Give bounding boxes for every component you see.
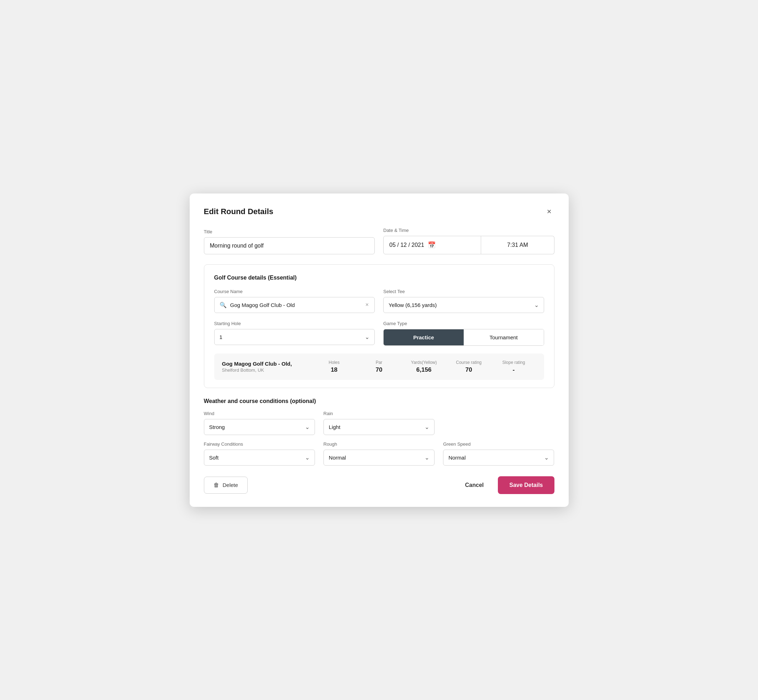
select-tee-dropdown[interactable]: Yellow (6,156 yards) ⌄ xyxy=(383,297,544,313)
green-speed-group: Green Speed Normal ⌄ xyxy=(443,441,554,466)
rain-label: Rain xyxy=(324,411,434,416)
title-label: Title xyxy=(204,229,375,234)
rough-label: Rough xyxy=(324,441,434,447)
course-info-name: Gog Magog Golf Club - Old, Shelford Bott… xyxy=(222,361,312,373)
course-name-search[interactable]: 🔍 × xyxy=(214,297,375,313)
practice-button[interactable]: Practice xyxy=(384,330,464,345)
course-stat-rating: Course rating 70 xyxy=(446,360,491,373)
wind-rain-row: Wind Strong ⌄ Rain Light ⌄ xyxy=(204,411,554,435)
fairway-value: Soft xyxy=(209,455,219,461)
title-field-group: Title xyxy=(204,229,375,254)
top-row: Title Date & Time 05 / 12 / 2021 📅 7:31 … xyxy=(204,228,554,254)
rough-value: Normal xyxy=(329,455,346,461)
modal-title: Edit Round Details xyxy=(204,207,274,216)
course-stat-par: Par 70 xyxy=(357,360,401,373)
wind-group: Wind Strong ⌄ xyxy=(204,411,315,435)
holes-value: 18 xyxy=(312,366,357,373)
trash-icon: 🗑 xyxy=(213,482,219,488)
clear-course-button[interactable]: × xyxy=(365,302,370,308)
course-name-group: Course Name 🔍 × xyxy=(214,289,375,313)
par-label: Par xyxy=(357,360,401,365)
course-name-bold: Gog Magog Golf Club - Old, xyxy=(222,361,312,367)
fairway-group: Fairway Conditions Soft ⌄ xyxy=(204,441,315,466)
search-icon: 🔍 xyxy=(219,302,227,308)
fairway-dropdown[interactable]: Soft ⌄ xyxy=(204,450,315,466)
course-name-input[interactable] xyxy=(230,302,361,308)
datetime-field-group: Date & Time 05 / 12 / 2021 📅 7:31 AM xyxy=(383,228,554,254)
weather-title: Weather and course conditions (optional) xyxy=(204,398,554,405)
weather-section: Weather and course conditions (optional)… xyxy=(204,398,554,466)
game-type-group: Game Type Practice Tournament xyxy=(383,321,544,346)
wind-value: Strong xyxy=(209,424,225,430)
slope-rating-label: Slope rating xyxy=(491,360,536,365)
starting-hole-dropdown[interactable]: 1 ⌄ xyxy=(214,329,375,345)
rain-group: Rain Light ⌄ xyxy=(324,411,434,435)
date-value: 05 / 12 / 2021 xyxy=(389,242,424,248)
chevron-down-icon-fairway: ⌄ xyxy=(305,454,310,461)
time-input[interactable]: 7:31 AM xyxy=(481,236,554,254)
bottom-right-actions: Cancel Save Details xyxy=(458,476,554,494)
rain-dropdown[interactable]: Light ⌄ xyxy=(324,419,434,435)
calendar-icon: 📅 xyxy=(428,241,435,249)
tournament-button[interactable]: Tournament xyxy=(464,330,544,345)
title-input[interactable] xyxy=(204,237,375,254)
select-tee-label: Select Tee xyxy=(383,289,544,294)
course-info-bar: Gog Magog Golf Club - Old, Shelford Bott… xyxy=(214,353,544,380)
chevron-down-icon-rough: ⌄ xyxy=(424,454,429,461)
wind-dropdown[interactable]: Strong ⌄ xyxy=(204,419,315,435)
game-type-toggle: Practice Tournament xyxy=(383,329,544,346)
golf-course-title: Golf Course details (Essential) xyxy=(214,275,544,281)
date-input[interactable]: 05 / 12 / 2021 📅 xyxy=(383,236,481,254)
rough-group: Rough Normal ⌄ xyxy=(324,441,434,466)
golf-course-section: Golf Course details (Essential) Course N… xyxy=(204,264,554,388)
close-button[interactable]: × xyxy=(544,206,554,217)
green-speed-label: Green Speed xyxy=(443,441,554,447)
starting-hole-label: Starting Hole xyxy=(214,321,375,326)
datetime-row: 05 / 12 / 2021 📅 7:31 AM xyxy=(383,236,554,254)
course-stat-holes: Holes 18 xyxy=(312,360,357,373)
rough-dropdown[interactable]: Normal ⌄ xyxy=(324,450,434,466)
game-type-label: Game Type xyxy=(383,321,544,326)
datetime-label: Date & Time xyxy=(383,228,554,233)
course-tee-row: Course Name 🔍 × Select Tee Yellow (6,156… xyxy=(214,289,544,313)
cancel-button[interactable]: Cancel xyxy=(458,477,491,493)
modal-header: Edit Round Details × xyxy=(204,206,554,217)
wind-label: Wind xyxy=(204,411,315,416)
select-tee-value: Yellow (6,156 yards) xyxy=(388,302,437,308)
par-value: 70 xyxy=(357,366,401,373)
course-stat-yards: Yards(Yellow) 6,156 xyxy=(401,360,446,373)
time-value: 7:31 AM xyxy=(507,242,528,248)
chevron-down-icon-wind: ⌄ xyxy=(305,423,310,430)
save-button[interactable]: Save Details xyxy=(498,476,554,494)
hole-gametype-row: Starting Hole 1 ⌄ Game Type Practice Tou… xyxy=(214,321,544,346)
chevron-down-icon: ⌄ xyxy=(534,302,539,308)
course-rating-value: 70 xyxy=(446,366,491,373)
fairway-rough-green-row: Fairway Conditions Soft ⌄ Rough Normal ⌄… xyxy=(204,441,554,466)
chevron-down-icon-hole: ⌄ xyxy=(365,334,370,341)
course-location: Shelford Bottom, UK xyxy=(222,367,312,373)
delete-button[interactable]: 🗑 Delete xyxy=(204,477,248,494)
delete-label: Delete xyxy=(223,482,238,488)
select-tee-group: Select Tee Yellow (6,156 yards) ⌄ xyxy=(383,289,544,313)
bottom-bar: 🗑 Delete Cancel Save Details xyxy=(204,476,554,494)
spacer-group xyxy=(443,411,554,435)
chevron-down-icon-rain: ⌄ xyxy=(424,423,429,430)
green-speed-value: Normal xyxy=(448,455,465,461)
starting-hole-group: Starting Hole 1 ⌄ xyxy=(214,321,375,345)
green-speed-dropdown[interactable]: Normal ⌄ xyxy=(443,450,554,466)
fairway-label: Fairway Conditions xyxy=(204,441,315,447)
course-stat-slope: Slope rating - xyxy=(491,360,536,373)
chevron-down-icon-green: ⌄ xyxy=(544,454,549,461)
holes-label: Holes xyxy=(312,360,357,365)
rain-value: Light xyxy=(329,424,341,430)
course-rating-label: Course rating xyxy=(446,360,491,365)
edit-round-modal: Edit Round Details × Title Date & Time 0… xyxy=(190,194,568,507)
yards-value: 6,156 xyxy=(401,366,446,373)
starting-hole-value: 1 xyxy=(219,334,222,340)
yards-label: Yards(Yellow) xyxy=(401,360,446,365)
slope-rating-value: - xyxy=(491,366,536,373)
course-name-label: Course Name xyxy=(214,289,375,294)
